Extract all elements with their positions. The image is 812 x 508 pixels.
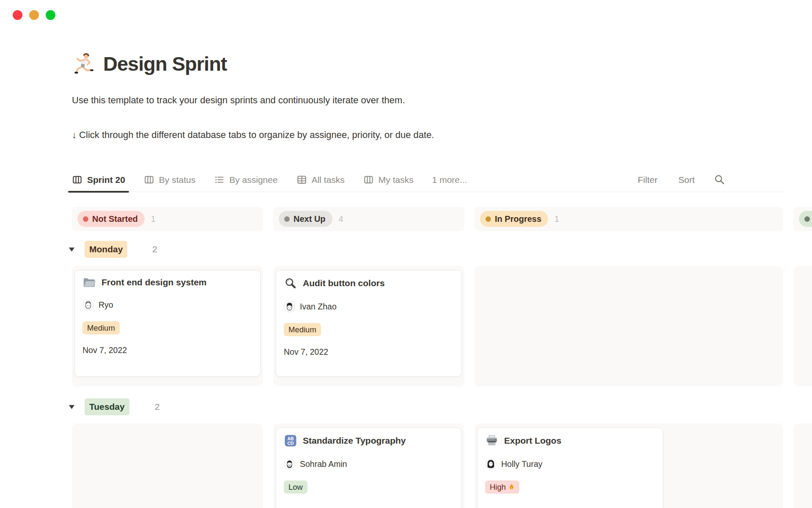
window-controls bbox=[13, 10, 55, 20]
card-title: Standardize Typography bbox=[303, 436, 406, 446]
close-button[interactable] bbox=[13, 10, 22, 20]
card-assignee: Ivan Zhao bbox=[284, 301, 454, 312]
list-icon bbox=[214, 174, 225, 185]
task-card[interactable]: Audit button colorsIvan ZhaoMediumNov 7,… bbox=[276, 270, 462, 377]
task-card[interactable]: Export LogosHolly TurayHigh bbox=[477, 428, 663, 508]
card-due-date: Nov 7, 2022 bbox=[284, 347, 454, 357]
priority-row: Low bbox=[284, 480, 454, 505]
priority-row: Medium bbox=[284, 323, 454, 347]
assignee-name: Ryo bbox=[99, 300, 113, 310]
column-header-next-up: Next Up4 bbox=[273, 207, 464, 231]
abcd-icon: ABCD bbox=[284, 434, 297, 447]
table-icon bbox=[296, 174, 307, 185]
card-title: Front end design system bbox=[102, 277, 207, 287]
tab-by-status[interactable]: By status bbox=[144, 168, 195, 192]
avatar-sohrab bbox=[284, 458, 295, 470]
group-pill-monday[interactable]: Monday bbox=[85, 241, 127, 258]
board-cell bbox=[793, 266, 812, 387]
fire-icon bbox=[508, 483, 515, 491]
status-pill-in-progress[interactable]: In Progress bbox=[480, 211, 548, 227]
tab-label: Sprint 20 bbox=[87, 175, 125, 185]
priority-pill: Low bbox=[284, 480, 307, 494]
card-title-row: Export Logos bbox=[485, 434, 655, 447]
status-dot bbox=[83, 216, 88, 222]
tab-label: My tasks bbox=[379, 175, 414, 185]
tab-label: By status bbox=[159, 175, 195, 185]
group-row-monday: Monday2 bbox=[0, 240, 812, 259]
board-cell: Audit button colorsIvan ZhaoMediumNov 7,… bbox=[273, 266, 464, 387]
priority-label: High bbox=[490, 483, 506, 492]
status-label: In Progress bbox=[495, 214, 541, 224]
column-count: 1 bbox=[554, 214, 559, 224]
priority-label: Medium bbox=[288, 325, 316, 334]
svg-text:AB: AB bbox=[287, 436, 294, 441]
column-count: 1 bbox=[151, 214, 156, 224]
status-dot bbox=[284, 216, 290, 222]
task-card[interactable]: Front end design systemRyoMediumNov 7, 2… bbox=[74, 270, 261, 377]
printer-icon bbox=[485, 434, 499, 447]
tab-1-more-[interactable]: 1 more... bbox=[432, 168, 467, 192]
board-icon bbox=[144, 174, 154, 185]
page-instruction: ↓ Click through the different database t… bbox=[72, 130, 434, 141]
sort-button[interactable]: Sort bbox=[678, 168, 695, 192]
filter-button[interactable]: Filter bbox=[638, 168, 658, 192]
tab-all-tasks[interactable]: All tasks bbox=[296, 168, 345, 192]
group-count: 2 bbox=[152, 244, 157, 254]
board-cell bbox=[475, 266, 783, 387]
assignee-name: Holly Turay bbox=[501, 459, 543, 469]
status-label: Next Up bbox=[294, 214, 326, 224]
task-card[interactable]: ABCDStandardize TypographySohrab AminLow bbox=[276, 428, 462, 508]
card-assignee: Ryo bbox=[82, 299, 252, 311]
minimize-button[interactable] bbox=[29, 10, 39, 20]
priority-pill: Medium bbox=[82, 321, 120, 334]
status-pill-next-up[interactable]: Next Up bbox=[279, 211, 332, 227]
database-tabbar: Sprint 20By statusBy assigneeAll tasksMy… bbox=[72, 168, 783, 192]
avatar-ryo bbox=[82, 299, 94, 311]
search-icon[interactable] bbox=[714, 168, 725, 192]
collapse-triangle-icon[interactable] bbox=[68, 403, 76, 411]
priority-label: Low bbox=[288, 483, 303, 492]
board-cell bbox=[793, 423, 812, 508]
card-title: Export Logos bbox=[504, 436, 561, 446]
column-header-not-started: Not Started1 bbox=[72, 207, 263, 231]
column-count: 4 bbox=[339, 214, 343, 224]
card-due-date: Nov 7, 2022 bbox=[82, 345, 252, 355]
group-row-tuesday: Tuesday2 bbox=[0, 397, 812, 417]
tab-my-tasks[interactable]: My tasks bbox=[363, 168, 414, 192]
card-assignee: Sohrab Amin bbox=[284, 458, 454, 470]
page-description: Use this template to track your design s… bbox=[72, 95, 405, 106]
avatar-ivan bbox=[284, 301, 295, 312]
avatar-holly bbox=[485, 458, 497, 470]
tab-sprint-20[interactable]: Sprint 20 bbox=[72, 168, 125, 192]
status-pill-not-started[interactable]: Not Started bbox=[77, 211, 145, 227]
tab-by-assignee[interactable]: By assignee bbox=[214, 168, 277, 192]
card-assignee: Holly Turay bbox=[485, 458, 655, 470]
page-title[interactable]: Design Sprint bbox=[103, 52, 227, 75]
column-header-done-partial bbox=[793, 207, 812, 231]
magnifier-icon bbox=[284, 277, 297, 290]
runner-emoji[interactable] bbox=[71, 52, 95, 75]
collapse-triangle-icon[interactable] bbox=[68, 245, 76, 254]
group-pill-tuesday[interactable]: Tuesday bbox=[85, 398, 129, 415]
zoom-button[interactable] bbox=[46, 10, 55, 20]
status-pill-done-partial[interactable] bbox=[799, 211, 812, 227]
assignee-name: Sohrab Amin bbox=[300, 459, 347, 469]
card-title-row: ABCDStandardize Typography bbox=[284, 434, 454, 447]
svg-text:CD: CD bbox=[287, 441, 294, 446]
board-icon bbox=[363, 174, 374, 185]
column-header-in-progress: In Progress1 bbox=[475, 207, 783, 231]
group-count: 2 bbox=[155, 402, 160, 412]
status-dot bbox=[804, 216, 810, 222]
tab-label: All tasks bbox=[312, 175, 345, 185]
board-cell: Front end design systemRyoMediumNov 7, 2… bbox=[72, 266, 263, 387]
board-header-row: Not Started1Next Up4In Progress1 bbox=[0, 207, 812, 231]
notion-design-sprint-page: { "window": { "traffic_lights": [ { "nam… bbox=[0, 0, 812, 508]
tab-label: By assignee bbox=[229, 175, 277, 185]
card-title-row: Front end design system bbox=[82, 277, 252, 288]
priority-row: Medium bbox=[82, 321, 252, 345]
priority-row: High bbox=[485, 480, 655, 505]
card-title-row: Audit button colors bbox=[284, 277, 454, 290]
priority-pill: Medium bbox=[284, 323, 321, 336]
folder-icon bbox=[82, 277, 96, 288]
card-title: Audit button colors bbox=[303, 278, 385, 288]
